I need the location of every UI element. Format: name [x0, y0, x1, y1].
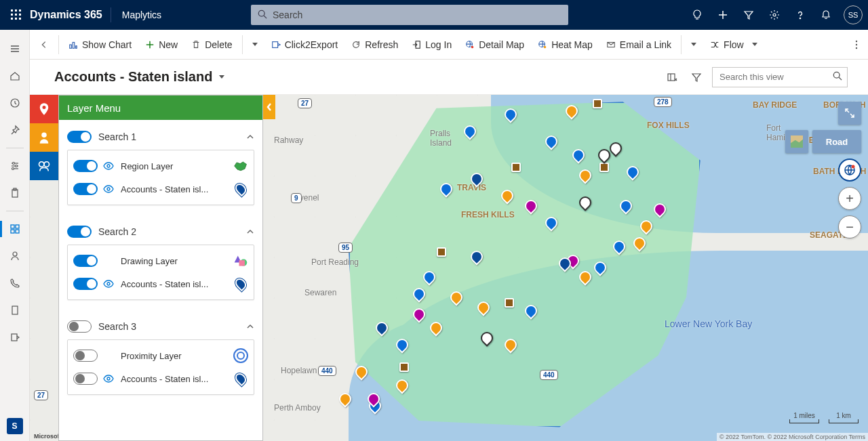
nav-home-icon[interactable]: [0, 64, 30, 88]
edit-columns-icon[interactable]: [663, 68, 681, 86]
avatar[interactable]: SS: [844, 5, 863, 24]
search-icon[interactable]: [833, 71, 842, 81]
svg-rect-28: [11, 225, 14, 228]
map-canvas[interactable]: Rahway Pralls Island TRAVIS FRESH KILLS …: [30, 95, 868, 441]
visibility-icon[interactable]: [103, 185, 115, 193]
overflow-chevron-2[interactable]: [684, 43, 703, 46]
map-pin[interactable]: [437, 247, 446, 257]
page-title[interactable]: Accounts - Staten island: [54, 69, 224, 85]
map-tool-person-icon[interactable]: [30, 123, 58, 152]
map-pin[interactable]: [511, 163, 521, 172]
log-in-button[interactable]: Log In: [405, 30, 458, 59]
svg-point-63: [107, 377, 110, 380]
view-search-input[interactable]: [712, 67, 848, 87]
layer-name: Drawing Layer: [121, 256, 228, 266]
refresh-button[interactable]: Refresh: [344, 30, 405, 59]
left-nav: S: [0, 30, 30, 441]
map-pin[interactable]: [599, 163, 609, 172]
mail-icon: [606, 40, 616, 49]
show-chart-button[interactable]: Show Chart: [62, 30, 138, 59]
search-toggle[interactable]: [67, 226, 92, 238]
site-switcher[interactable]: S: [7, 418, 23, 434]
search-toggle[interactable]: [67, 131, 92, 143]
layer-row[interactable]: Accounts - Staten isl...: [73, 177, 248, 201]
map-mode-button[interactable]: Road: [812, 130, 861, 153]
nav-pinned-icon[interactable]: [0, 118, 30, 142]
map-tool-layers-icon[interactable]: [30, 152, 58, 180]
bell-icon[interactable]: [814, 3, 838, 27]
layer-toggle[interactable]: [73, 255, 98, 267]
expand-map-icon[interactable]: [838, 102, 861, 125]
layer-row[interactable]: Accounts - Staten isl...: [73, 367, 248, 390]
svg-point-32: [13, 252, 17, 256]
nav-recent-icon[interactable]: [0, 91, 30, 115]
nav-export-icon[interactable]: [0, 325, 30, 350]
detail-map-button[interactable]: Detail Map: [458, 30, 531, 59]
svg-point-15: [800, 18, 800, 18]
layer-row[interactable]: Accounts - Staten isl...: [73, 272, 248, 295]
more-commands[interactable]: [845, 39, 868, 50]
layer-row[interactable]: Drawing Layer: [73, 249, 248, 272]
map-tool-pin-icon[interactable]: [30, 95, 58, 123]
visibility-icon[interactable]: [103, 162, 115, 170]
visibility-icon[interactable]: [103, 375, 115, 383]
nav-sliders-icon[interactable]: [0, 154, 30, 178]
zoom-out-button[interactable]: −: [838, 215, 861, 238]
layer-toggle[interactable]: [73, 160, 98, 172]
map-pin[interactable]: [399, 362, 409, 372]
global-search-input[interactable]: [251, 5, 568, 25]
map-pin[interactable]: [593, 99, 602, 108]
svg-point-25: [12, 168, 14, 170]
collapse-panel-button[interactable]: [263, 95, 275, 119]
nav-grid-icon[interactable]: [0, 217, 30, 241]
nav-phone-icon[interactable]: [0, 271, 30, 295]
svg-rect-40: [272, 41, 277, 47]
layer-toggle[interactable]: [73, 373, 98, 385]
app-launcher-icon[interactable]: [5, 9, 27, 20]
email-link-button[interactable]: Email a Link: [599, 30, 678, 59]
visibility-icon[interactable]: [103, 280, 115, 288]
delete-button[interactable]: Delete: [184, 30, 239, 59]
idea-icon[interactable]: [685, 3, 709, 27]
layer-toggle[interactable]: [73, 278, 98, 290]
plus-icon[interactable]: [711, 3, 735, 27]
search-toggle[interactable]: [67, 320, 92, 333]
export-icon: [271, 40, 281, 49]
collapse-icon[interactable]: [246, 322, 254, 331]
layer-toggle[interactable]: [73, 350, 98, 362]
funnel-icon[interactable]: [736, 3, 761, 27]
layer-name: Proximity Layer: [121, 351, 228, 361]
map-label: FRESH KILLS: [461, 210, 515, 219]
layer-toggle[interactable]: [73, 183, 98, 195]
map-pin[interactable]: [505, 298, 514, 308]
app-name[interactable]: Maplytics: [111, 9, 172, 20]
map-label: Sewaren: [304, 288, 336, 297]
nav-doc-icon[interactable]: [0, 298, 30, 322]
back-button[interactable]: [33, 40, 56, 49]
nav-clipboard-icon[interactable]: [0, 181, 30, 205]
gear-icon[interactable]: [762, 3, 787, 27]
overflow-chevron-1[interactable]: [245, 43, 264, 46]
hamburger-icon[interactable]: [0, 37, 30, 61]
filter-icon[interactable]: [688, 68, 705, 86]
site-box[interactable]: S: [7, 418, 23, 434]
map-style-thumb[interactable]: [785, 130, 808, 153]
collapse-icon[interactable]: [246, 228, 254, 236]
layer-type-icon: [233, 276, 248, 291]
zoom-in-button[interactable]: +: [838, 187, 861, 210]
click2export-button[interactable]: Click2Export: [264, 30, 345, 59]
map-attribution[interactable]: © 2022 TomTom. © 2022 Microsoft Corporat…: [717, 433, 868, 441]
locate-me-icon[interactable]: [838, 159, 861, 182]
brand-label[interactable]: Dynamics 365: [27, 9, 111, 21]
layer-row[interactable]: Proximity Layer: [73, 344, 248, 367]
layer-name: Accounts - Staten isl...: [121, 374, 228, 384]
map-label: Hopelawn: [281, 366, 317, 375]
help-icon[interactable]: [788, 3, 812, 27]
layer-row[interactable]: Region Layer: [73, 154, 248, 177]
nav-person-icon[interactable]: [0, 244, 30, 268]
svg-rect-61: [239, 260, 244, 266]
flow-button[interactable]: Flow: [703, 30, 764, 59]
new-button[interactable]: New: [138, 30, 184, 59]
heat-map-button[interactable]: Heat Map: [531, 30, 599, 59]
collapse-icon[interactable]: [246, 133, 254, 141]
